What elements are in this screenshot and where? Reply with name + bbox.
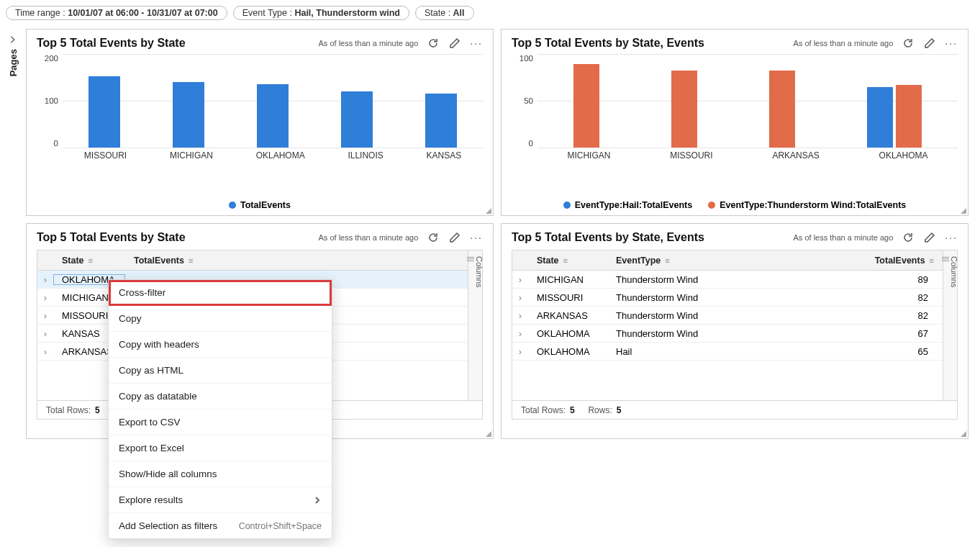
- col-eventtype[interactable]: EventType≡: [607, 256, 715, 266]
- chevron-right-icon: [313, 496, 322, 505]
- col-totalevents[interactable]: TotalEvents≡: [125, 256, 201, 266]
- asof-text: As of less than a minute ago: [794, 39, 894, 48]
- table-row[interactable]: ›MISSOURIThunderstorm Wind82: [512, 289, 943, 307]
- table-row[interactable]: ›ARKANSASThunderstorm Wind82: [512, 307, 943, 325]
- x-label: ARKANSAS: [772, 150, 819, 161]
- context-menu: Cross-filter Copy Copy with headers Copy…: [108, 279, 332, 539]
- filter-state[interactable]: State : All: [415, 6, 474, 20]
- expand-icon[interactable]: ›: [512, 310, 528, 321]
- tile-title: Top 5 Total Events by State: [37, 231, 186, 244]
- expand-icon[interactable]: ›: [37, 292, 53, 303]
- refresh-icon[interactable]: [427, 37, 440, 50]
- menu-add-selection-filters[interactable]: Add Selection as filtersControl+Shift+Sp…: [109, 513, 332, 538]
- asof-text: As of less than a minute ago: [319, 233, 419, 242]
- chart-2[interactable]: 100500 MICHIGANMISSOURIARKANSASOKLAHOMA: [537, 54, 958, 173]
- chevron-right-icon: [8, 35, 18, 45]
- tile-top5-by-state-chart: Top 5 Total Events by State As of less t…: [26, 29, 494, 216]
- col-totalevents[interactable]: TotalEvents≡: [715, 256, 943, 266]
- bar[interactable]: [867, 87, 893, 148]
- menu-explore-results[interactable]: Explore results: [109, 487, 332, 513]
- menu-copy-html[interactable]: Copy as HTML: [109, 358, 332, 384]
- menu-copy-headers[interactable]: Copy with headers: [109, 332, 332, 358]
- x-label: ILLINOIS: [348, 150, 383, 161]
- menu-copy[interactable]: Copy: [109, 306, 332, 332]
- column-menu-icon: ≡: [189, 256, 193, 265]
- menu-cross-filter[interactable]: Cross-filter: [109, 280, 332, 306]
- bar[interactable]: [769, 71, 795, 148]
- table-header: State≡ EventType≡ TotalEvents≡: [512, 250, 943, 271]
- x-label: MICHIGAN: [170, 150, 213, 161]
- table-row[interactable]: ›OKLAHOMAThunderstorm Wind67: [512, 325, 943, 343]
- expand-icon[interactable]: ›: [512, 346, 528, 357]
- resize-handle[interactable]: [959, 207, 966, 214]
- x-label: MISSOURI: [670, 150, 712, 161]
- bar[interactable]: [671, 71, 697, 148]
- bar[interactable]: [89, 76, 120, 148]
- table-footer: Total Rows: 5 Rows: 5: [512, 400, 957, 419]
- resize-handle[interactable]: [484, 207, 491, 214]
- expand-icon[interactable]: ›: [37, 328, 53, 339]
- more-icon[interactable]: ···: [470, 232, 483, 243]
- x-label: OKLAHOMA: [879, 150, 928, 161]
- tile-title: Top 5 Total Events by State, Events: [512, 37, 704, 50]
- refresh-icon[interactable]: [427, 231, 440, 244]
- tile-title: Top 5 Total Events by State, Events: [512, 231, 704, 244]
- bar[interactable]: [341, 91, 373, 148]
- edit-icon[interactable]: [448, 231, 461, 244]
- edit-icon[interactable]: [923, 37, 936, 50]
- pages-label: Pages: [8, 49, 19, 76]
- filters-bar: Time range : 10/01/07 at 06:00 - 10/31/0…: [0, 0, 980, 26]
- expand-icon[interactable]: ›: [37, 346, 53, 357]
- column-menu-icon: ≡: [930, 256, 934, 265]
- menu-copy-datatable[interactable]: Copy as datatable: [109, 384, 332, 410]
- expand-icon[interactable]: ›: [512, 328, 528, 339]
- tile-top5-by-state-events-table: Top 5 Total Events by State, Events As o…: [501, 223, 968, 439]
- bar[interactable]: [896, 85, 922, 148]
- columns-panel-toggle[interactable]: |||Columns: [468, 250, 482, 419]
- more-icon[interactable]: ···: [470, 37, 483, 49]
- legend-hail[interactable]: EventType:Hail:TotalEvents: [563, 200, 692, 210]
- column-menu-icon: ≡: [665, 256, 669, 265]
- table-row[interactable]: ›OKLAHOMAHail65: [512, 343, 943, 361]
- edit-icon[interactable]: [923, 231, 936, 244]
- asof-text: As of less than a minute ago: [319, 39, 419, 48]
- resize-handle[interactable]: [484, 430, 491, 437]
- resize-handle[interactable]: [959, 430, 966, 437]
- more-icon[interactable]: ···: [945, 37, 958, 49]
- x-label: KANSAS: [426, 150, 461, 161]
- expand-icon[interactable]: ›: [37, 274, 53, 285]
- expand-icon[interactable]: ›: [512, 274, 528, 285]
- column-menu-icon: ≡: [563, 256, 568, 265]
- more-icon[interactable]: ···: [945, 232, 958, 243]
- menu-show-hide-columns[interactable]: Show/Hide all columns: [109, 461, 332, 487]
- menu-export-excel[interactable]: Export to Excel: [109, 435, 332, 461]
- table-row[interactable]: ›MICHIGANThunderstorm Wind89: [512, 271, 943, 289]
- legend-totalevents[interactable]: TotalEvents: [229, 200, 291, 210]
- filter-event-type[interactable]: Event Type : Hail, Thunderstorm wind: [233, 6, 409, 20]
- pages-panel-toggle[interactable]: Pages: [3, 35, 23, 76]
- bar[interactable]: [257, 84, 289, 148]
- x-label: MISSOURI: [84, 150, 127, 161]
- table-header: State≡ TotalEvents≡: [37, 250, 468, 271]
- expand-icon[interactable]: ›: [37, 310, 53, 321]
- bar[interactable]: [573, 64, 599, 148]
- menu-export-csv[interactable]: Export to CSV: [109, 410, 332, 435]
- refresh-icon[interactable]: [902, 231, 915, 244]
- col-state[interactable]: State≡: [53, 256, 125, 266]
- edit-icon[interactable]: [448, 37, 461, 50]
- filter-time-range[interactable]: Time range : 10/01/07 at 06:00 - 10/31/0…: [6, 6, 227, 20]
- bar[interactable]: [173, 82, 204, 148]
- tile-title: Top 5 Total Events by State: [37, 37, 186, 50]
- col-state[interactable]: State≡: [528, 256, 607, 266]
- columns-panel-toggle[interactable]: |||Columns: [943, 250, 957, 419]
- column-menu-icon: ≡: [89, 256, 93, 265]
- chart-1[interactable]: 2001000 MISSOURIMICHIGANOKLAHOMAILLINOIS…: [63, 54, 483, 173]
- expand-icon[interactable]: ›: [512, 292, 528, 303]
- x-label: MICHIGAN: [567, 150, 610, 161]
- refresh-icon[interactable]: [902, 37, 915, 50]
- bar[interactable]: [425, 94, 457, 148]
- legend-thunderstorm[interactable]: EventType:Thunderstorm Wind:TotalEvents: [708, 200, 906, 210]
- asof-text: As of less than a minute ago: [794, 233, 894, 242]
- tile-top5-by-state-events-chart: Top 5 Total Events by State, Events As o…: [501, 29, 968, 216]
- x-label: OKLAHOMA: [256, 150, 305, 161]
